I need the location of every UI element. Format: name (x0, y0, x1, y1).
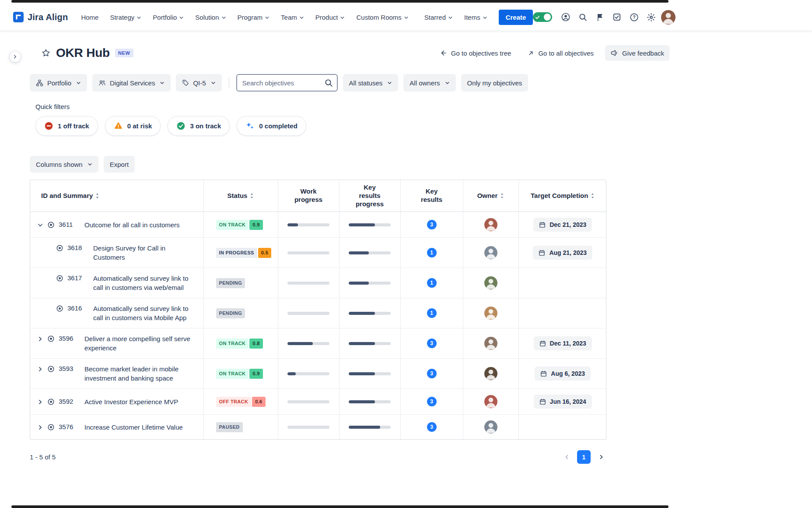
key-results-cell: 3 (400, 212, 463, 238)
search-objectives-input[interactable] (236, 74, 338, 92)
nav-item-custom-rooms[interactable]: Custom Rooms (356, 14, 408, 21)
nav-item-strategy[interactable]: Strategy (110, 14, 141, 21)
favorite-star-icon[interactable] (41, 48, 51, 58)
all-statuses-dropdown[interactable]: All statuses (343, 74, 399, 92)
nav-item-portfolio[interactable]: Portfolio (153, 14, 184, 21)
collapse-row-button[interactable] (35, 221, 45, 229)
objective-id[interactable]: 3618 (67, 244, 86, 251)
give-feedback-button[interactable]: Give feedback (605, 45, 669, 61)
objective-id[interactable]: 3593 (59, 365, 77, 372)
primary-navigation: HomeStrategyPortfolioSolutionProgramTeam… (81, 14, 408, 21)
column-header-owner[interactable]: Owner (463, 180, 518, 212)
digital-services-dropdown[interactable]: Digital Services (92, 74, 171, 92)
account-icon[interactable] (559, 10, 573, 24)
nav-item-items[interactable]: Items (464, 14, 487, 21)
nav-item-home[interactable]: Home (81, 14, 98, 21)
owner-cell (463, 389, 518, 415)
key-results-count-badge[interactable]: 3 (427, 220, 437, 229)
column-header-id-and-summary[interactable]: ID and Summary (30, 180, 203, 212)
objective-summary-link[interactable]: Automatically send survey link to call i… (93, 274, 197, 292)
id-and-summary-cell: 3616Automatically send survey link to ca… (30, 298, 203, 328)
quick-filter-1-off-track[interactable]: 1 off track (35, 116, 98, 136)
settings-icon[interactable] (644, 10, 658, 24)
key-results-progress-cell (339, 415, 400, 440)
quick-filter-0-completed[interactable]: 0 completed (237, 116, 306, 136)
quick-filter-label: 3 on track (190, 122, 221, 130)
objective-summary-link[interactable]: Active Investor Experience MVP (84, 397, 178, 406)
column-header-status[interactable]: Status (203, 180, 278, 212)
only-my-objectives-button[interactable]: Only my objectives (461, 74, 528, 92)
next-page-button[interactable] (596, 452, 606, 462)
nav-item-team[interactable]: Team (281, 14, 304, 21)
objective-id[interactable]: 3592 (59, 398, 77, 405)
owner-avatar[interactable] (484, 337, 497, 350)
owner-avatar[interactable] (484, 367, 497, 380)
key-results-count-badge[interactable]: 3 (427, 422, 437, 432)
owner-avatar[interactable] (484, 246, 497, 259)
export-button[interactable]: Export (104, 156, 135, 173)
tasks-icon[interactable] (610, 10, 624, 24)
arrow-up-right-icon (528, 50, 534, 56)
objective-summary-link[interactable]: Increase Customer Lifetime Value (84, 423, 183, 432)
objective-id[interactable]: 3616 (67, 304, 86, 312)
nav-item-program[interactable]: Program (238, 14, 270, 21)
search-icon (324, 78, 333, 88)
nav-item-product[interactable]: Product (315, 14, 345, 21)
owner-avatar[interactable] (484, 420, 497, 434)
expand-row-button[interactable] (35, 398, 45, 406)
expand-row-button[interactable] (35, 365, 45, 374)
objective-summary-link[interactable]: Automatically send survey link to call i… (93, 304, 197, 322)
expand-sidebar-button[interactable] (9, 51, 21, 63)
owner-avatar[interactable] (484, 218, 497, 231)
objective-summary-link[interactable]: Become market leader in mobile investmen… (84, 364, 197, 383)
id-and-summary-cell: 3618Design Survey for Call in Customers (30, 238, 203, 268)
create-button[interactable]: Create (499, 10, 533, 25)
nav-item-label: Strategy (110, 14, 134, 21)
all-owners-dropdown[interactable]: All owners (403, 74, 455, 92)
objective-summary-link[interactable]: Deliver a more compelling self serve exp… (84, 334, 197, 353)
expand-row-button[interactable] (35, 423, 45, 432)
chevron-down-icon (483, 15, 487, 20)
chevron-down-icon (179, 15, 184, 20)
objective-id[interactable]: 3576 (59, 423, 77, 430)
objective-id[interactable]: 3596 (59, 335, 77, 342)
owner-avatar[interactable] (484, 307, 497, 320)
key-results-count-badge[interactable]: 3 (427, 339, 437, 348)
id-and-summary-cell: 3593Become market leader in mobile inves… (30, 359, 203, 389)
key-results-count-badge[interactable]: 3 (427, 369, 437, 378)
objective-summary-link[interactable]: Outcome for all call in customers (84, 220, 180, 229)
columns-shown-button[interactable]: Columns shown (30, 156, 98, 173)
key-results-count-badge[interactable]: 1 (427, 248, 437, 258)
current-page-button[interactable]: 1 (577, 450, 591, 464)
objective-id[interactable]: 3611 (59, 221, 77, 228)
portfolio-dropdown[interactable]: Portfolio (30, 74, 87, 92)
expand-row-button[interactable] (35, 335, 45, 343)
key-results-progress-bar (349, 372, 391, 375)
nav-item-starred[interactable]: Starred (424, 14, 453, 21)
search-icon[interactable] (576, 10, 590, 24)
quick-filter-0-at-risk[interactable]: 0 at risk (105, 116, 161, 136)
previous-page-button[interactable] (561, 452, 572, 462)
owner-avatar[interactable] (484, 276, 497, 289)
objective-summary-link[interactable]: Design Survey for Call in Customers (93, 243, 197, 262)
key-results-count-badge[interactable]: 3 (427, 397, 437, 406)
owner-avatar[interactable] (484, 395, 497, 408)
quick-filter-3-on-track[interactable]: 3 on track (168, 116, 230, 136)
key-results-progress-bar (349, 426, 391, 429)
objective-id[interactable]: 3617 (67, 274, 86, 282)
key-results-count-badge[interactable]: 1 (427, 308, 437, 318)
column-header-target-completion[interactable]: Target Completion (518, 180, 607, 212)
nav-item-solution[interactable]: Solution (195, 14, 226, 21)
target-completion-cell: Aug 21, 2023 (518, 238, 607, 268)
feature-toggle-on[interactable] (533, 12, 552, 22)
key-results-count-badge[interactable]: 1 (427, 278, 437, 288)
go-to-all-objectives-button[interactable]: Go to all objectives (522, 46, 599, 61)
objective-row-3596: 3596Deliver a more compelling self serve… (30, 328, 607, 359)
jira-align-logo[interactable]: Jira Align (13, 12, 68, 22)
go-to-objectives-tree-button[interactable]: Go to objectives tree (434, 45, 517, 61)
qi-5-dropdown[interactable]: QI-5 (176, 74, 221, 92)
user-avatar[interactable] (661, 10, 676, 25)
help-icon[interactable]: ? (627, 10, 641, 24)
flag-icon[interactable] (593, 10, 607, 24)
date-text: Dec 11, 2023 (550, 340, 586, 347)
